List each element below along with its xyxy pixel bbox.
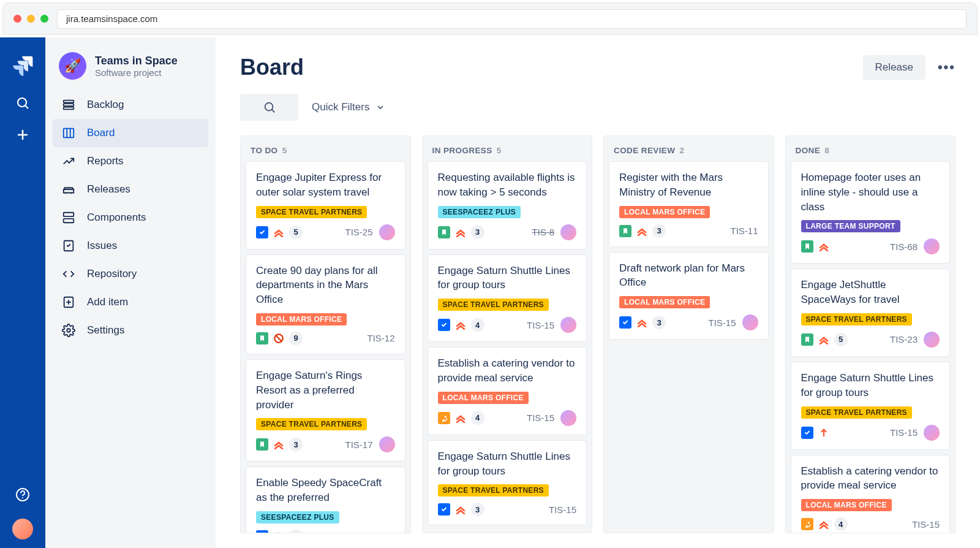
epic-badge: SPACE TRAVEL PARTNERS <box>801 313 912 325</box>
assignee-avatar[interactable] <box>560 410 576 426</box>
assignee-avatar[interactable] <box>379 224 395 240</box>
sidebar-item-label: Board <box>87 127 115 139</box>
quick-filters[interactable]: Quick Filters <box>312 101 385 113</box>
issue-card[interactable]: Enable Speedy SpaceCraft as the preferre… <box>246 466 405 533</box>
sidebar-item-components[interactable]: Components <box>53 204 208 232</box>
card-footer: 4TIS-15 <box>438 410 577 426</box>
issue-card[interactable]: Create 90 day plans for all departments … <box>246 254 405 354</box>
assignee-avatar[interactable] <box>560 224 576 240</box>
column-header: DONE 8 <box>786 136 956 161</box>
maximize-dot[interactable] <box>40 15 48 23</box>
card-title: Create 90 day plans for all departments … <box>256 264 395 307</box>
issue-card[interactable]: Draft network plan for Mars OfficeLOCAL … <box>609 252 769 340</box>
sidebar-item-repository[interactable]: Repository <box>53 260 208 288</box>
jira-logo-icon[interactable] <box>11 53 34 79</box>
issue-card[interactable]: Engage JetShuttle SpaceWays for travelSP… <box>791 268 951 357</box>
epic-badge: SPACE TRAVEL PARTNERS <box>256 418 367 430</box>
issue-type-icon <box>438 412 450 424</box>
issue-card[interactable]: Establish a catering vendor to provide m… <box>791 455 951 533</box>
assignee-avatar[interactable] <box>924 332 940 348</box>
priority-icon <box>273 227 284 238</box>
story-points-badge: 2 <box>289 530 303 533</box>
issue-key: TIS-18 <box>367 531 394 533</box>
project-icon <box>59 52 86 80</box>
project-header[interactable]: Teams in Space Software project <box>53 52 208 80</box>
issue-type-icon <box>801 518 813 530</box>
profile-avatar[interactable] <box>12 519 33 539</box>
main-content: Board Release ••• Quick Filters TO DO 5E… <box>216 37 980 548</box>
board-search[interactable] <box>240 94 298 121</box>
column-header: IN PROGRESS 5 <box>423 136 592 161</box>
issue-card[interactable]: Engage Saturn Shuttle Lines for group to… <box>428 440 587 526</box>
sidebar-item-backlog[interactable]: Backlog <box>53 91 208 119</box>
assignee-avatar[interactable] <box>560 317 576 333</box>
sidebar-item-label: Issues <box>87 240 117 252</box>
sidebar-item-board[interactable]: Board <box>53 119 208 147</box>
issue-card[interactable]: Engage Jupiter Express for outer solar s… <box>246 161 405 249</box>
svg-rect-8 <box>64 107 74 110</box>
svg-point-26 <box>807 522 809 523</box>
issue-card[interactable]: Homepage footer uses an inline style - s… <box>791 161 951 264</box>
sidebar-item-label: Repository <box>87 268 137 280</box>
card-footer: 9TIS-12 <box>256 332 395 345</box>
card-title: Draft network plan for Mars Office <box>619 261 758 291</box>
issue-card[interactable]: Establish a catering vendor to provide m… <box>428 347 587 435</box>
sidebar-item-issues[interactable]: Issues <box>53 232 208 260</box>
sidebar-item-label: Settings <box>87 324 124 337</box>
more-icon[interactable]: ••• <box>938 59 956 75</box>
sidebar-item-settings[interactable]: Settings <box>53 316 208 344</box>
assignee-avatar[interactable] <box>924 238 940 254</box>
sidebar-item-add-item[interactable]: Add item <box>53 288 208 316</box>
sidebar-item-label: Releases <box>87 183 130 196</box>
issue-card[interactable]: Register with the Mars Ministry of Reven… <box>609 161 769 247</box>
epic-badge: LARGE TEAM SUPPORT <box>801 220 900 232</box>
assignee-avatar[interactable] <box>924 425 940 441</box>
card-footer: 5TIS-25 <box>256 224 395 240</box>
sidebar-item-label: Add item <box>87 296 128 308</box>
column-code-review: CODE REVIEW 2Register with the Mars Mini… <box>603 135 774 533</box>
svg-line-22 <box>276 335 282 341</box>
issue-card[interactable]: Requesting available flights is now taki… <box>428 161 587 249</box>
priority-icon <box>818 427 829 438</box>
card-footer: TIS-68 <box>801 238 940 254</box>
story-points-badge: 3 <box>652 316 666 329</box>
release-button[interactable]: Release <box>863 55 925 80</box>
column-body: Register with the Mars Ministry of Reven… <box>604 161 774 533</box>
card-title: Requesting available flights is now taki… <box>438 170 577 200</box>
priority-icon <box>455 413 466 424</box>
help-icon[interactable] <box>15 487 31 503</box>
filter-bar: Quick Filters <box>240 94 956 121</box>
issue-card[interactable]: Engage Saturn's Rings Resort as a prefer… <box>246 359 405 462</box>
assignee-avatar[interactable] <box>379 436 395 452</box>
svg-rect-12 <box>64 213 74 216</box>
epic-badge: SPACE TRAVEL PARTNERS <box>438 484 549 497</box>
epic-badge: SPACE TRAVEL PARTNERS <box>801 406 912 419</box>
card-title: Establish a catering vendor to provide m… <box>801 464 940 493</box>
board-header: Board Release ••• <box>240 55 956 80</box>
assignee-avatar[interactable] <box>742 314 758 330</box>
story-points-badge: 4 <box>834 517 848 531</box>
sidebar-item-reports[interactable]: Reports <box>53 147 208 175</box>
issue-card[interactable]: Engage Saturn Shuttle Lines for group to… <box>428 254 587 343</box>
create-icon[interactable] <box>15 127 31 143</box>
search-icon[interactable] <box>15 95 31 111</box>
issue-card[interactable]: Engage Saturn Shuttle Lines for group to… <box>791 362 951 450</box>
epic-badge: LOCAL MARS OFFICE <box>619 296 710 308</box>
priority-icon <box>636 226 647 237</box>
card-title: Engage Jupiter Express for outer solar s… <box>256 170 395 200</box>
repository-icon <box>61 267 76 281</box>
card-footer: 3TIS-15 <box>619 314 758 330</box>
issue-type-icon <box>256 226 268 238</box>
url-bar[interactable]: jira.teamsinspace.com <box>57 9 967 29</box>
close-dot[interactable] <box>13 15 21 23</box>
column-to-do: TO DO 5Engage Jupiter Express for outer … <box>240 135 411 533</box>
card-footer: 4TIS-15 <box>438 317 577 333</box>
card-title: Engage Saturn Shuttle Lines for group to… <box>438 449 577 479</box>
column-count: 2 <box>680 146 685 155</box>
sidebar-item-releases[interactable]: Releases <box>53 175 208 204</box>
minimize-dot[interactable] <box>27 15 35 23</box>
story-points-badge: 5 <box>289 226 303 239</box>
card-footer: 4TIS-15 <box>801 517 940 531</box>
board-columns: TO DO 5Engage Jupiter Express for outer … <box>240 135 956 533</box>
priority-icon <box>818 519 829 530</box>
